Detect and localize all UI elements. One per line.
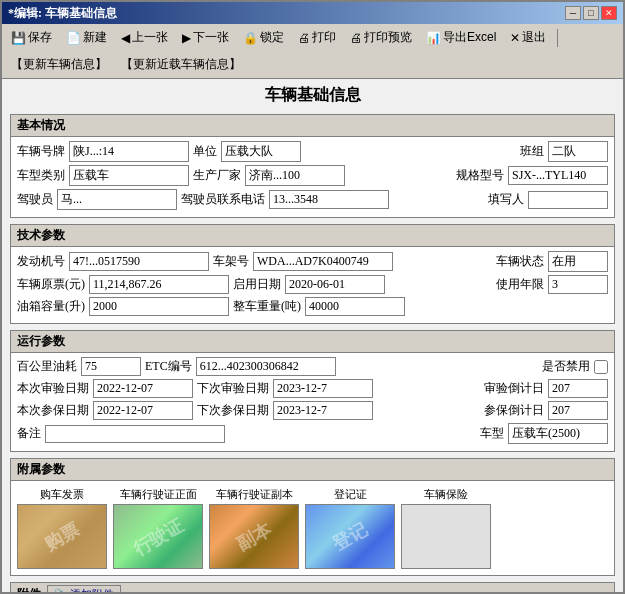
exit-button[interactable]: ✕ 退出 (505, 26, 551, 49)
print-icon: 🖨 (298, 31, 310, 45)
window-controls: ─ □ ✕ (565, 6, 617, 20)
vehicle-no-label: 车辆号牌 (17, 143, 65, 160)
basic-row-2: 车型类别 压载车 生产厂家 济南...100 规格型号 SJX-...TYL14… (17, 165, 608, 186)
save-button[interactable]: 💾 保存 (6, 26, 57, 49)
license-back-img[interactable]: 副本 (209, 504, 299, 569)
attachment-item-license-front: 车辆行驶证正面 行驶证 (113, 487, 203, 569)
page-title: 车辆基础信息 (10, 85, 615, 106)
param-days-label: 参保倒计日 (484, 402, 544, 419)
registration-watermark: 登记 (328, 517, 371, 556)
lock-label: 锁定 (260, 29, 284, 46)
add-attachment-button[interactable]: 📎 添加附件 (47, 585, 121, 592)
license-front-watermark: 行驶证 (129, 513, 188, 561)
maximize-button[interactable]: □ (583, 6, 599, 20)
new-button[interactable]: 📄 新建 (61, 26, 112, 49)
fill-value (528, 191, 608, 209)
basic-row-3: 驾驶员 马... 驾驶员联系电话 13...3548 填写人 (17, 189, 608, 210)
car-type-value: 压载车(2500) (508, 423, 608, 444)
print-button[interactable]: 🖨 打印 (293, 26, 341, 49)
save-label: 保存 (28, 29, 52, 46)
new-label: 新建 (83, 29, 107, 46)
next-icon: ▶ (182, 31, 191, 45)
vehicle-no-value: 陕J...:14 (69, 141, 189, 162)
use-years-label: 使用年限 (496, 276, 544, 293)
attachment-item-registration: 登记证 登记 (305, 487, 395, 569)
insurance-img[interactable] (401, 504, 491, 569)
update-vehicle-button[interactable]: 【更新车辆信息】 (6, 53, 112, 76)
param-date-value: 2022-12-07 (93, 401, 193, 420)
toolbar-separator (557, 29, 558, 47)
param-days-value: 207 (548, 401, 608, 420)
operation-section: 运行参数 百公里油耗 75 ETC编号 612...402300306842 是… (10, 330, 615, 452)
main-window: *编辑: 车辆基础信息 ─ □ ✕ 💾 保存 📄 新建 ◀ 上一张 ▶ 下一张 … (0, 0, 625, 594)
invoice-watermark: 购票 (40, 517, 83, 556)
next-label: 下一张 (193, 29, 229, 46)
lock-button[interactable]: 🔒 锁定 (238, 26, 289, 49)
etc-value: 612...402300306842 (196, 357, 336, 376)
team-value: 二队 (548, 141, 608, 162)
exit-label: 退出 (522, 29, 546, 46)
print-label: 打印 (312, 29, 336, 46)
disabled-label: 是否禁用 (542, 358, 590, 375)
op-row-3: 本次参保日期 2022-12-07 下次参保日期 2023-12-7 参保倒计日… (17, 401, 608, 420)
print-preview-label: 打印预览 (364, 29, 412, 46)
mileage-value: 75 (81, 357, 141, 376)
files-section-header: 附件 📎 添加附件 (11, 583, 614, 592)
save-icon: 💾 (11, 31, 26, 45)
car-type-label: 车型 (480, 425, 504, 442)
op-row-2: 本次审验日期 2022-12-07 下次审验日期 2023-12-7 审验倒计日… (17, 379, 608, 398)
update-recent-vehicle-button[interactable]: 【更新近载车辆信息】 (116, 53, 246, 76)
export-icon: 📊 (426, 31, 441, 45)
model-label: 规格型号 (456, 167, 504, 184)
export-label: 导出Excel (443, 29, 496, 46)
engine-no-value: 47!...0517590 (69, 252, 209, 271)
manufacturer-label: 生产厂家 (193, 167, 241, 184)
audit-date-label: 本次审验日期 (17, 380, 89, 397)
invoice-img-label: 购车发票 (40, 487, 84, 502)
use-date-label: 启用日期 (233, 276, 281, 293)
driver-value: 马... (57, 189, 177, 210)
exit-icon: ✕ (510, 31, 520, 45)
tank-value: 2000 (89, 297, 229, 316)
unit-label: 单位 (193, 143, 217, 160)
next-param-date-value: 2023-12-7 (273, 401, 373, 420)
add-attachment-icon: 📎 (54, 588, 68, 592)
total-weight-value: 40000 (305, 297, 405, 316)
invoice-label: 车辆原票(元) (17, 276, 85, 293)
prev-button[interactable]: ◀ 上一张 (116, 26, 173, 49)
use-years-value: 3 (548, 275, 608, 294)
update-recent-vehicle-label: 【更新近载车辆信息】 (121, 56, 241, 73)
disabled-checkbox[interactable] (594, 360, 608, 374)
param-date-label: 本次参保日期 (17, 402, 89, 419)
basic-section: 基本情况 车辆号牌 陕J...:14 单位 压载大队 班组 二队 车型类别 压载… (10, 114, 615, 218)
model-value: SJX-...TYL140 (508, 166, 608, 185)
export-excel-button[interactable]: 📊 导出Excel (421, 26, 501, 49)
tech-row-1: 发动机号 47!...0517590 车架号 WDA...AD7K0400749… (17, 251, 608, 272)
close-button[interactable]: ✕ (601, 6, 617, 20)
engine-no-label: 发动机号 (17, 253, 65, 270)
next-button[interactable]: ▶ 下一张 (177, 26, 234, 49)
minimize-button[interactable]: ─ (565, 6, 581, 20)
tech-row-3: 油箱容量(升) 2000 整车重量(吨) 40000 (17, 297, 608, 316)
title-bar: *编辑: 车辆基础信息 ─ □ ✕ (2, 2, 623, 24)
basic-section-title: 基本情况 (11, 115, 614, 137)
basic-section-body: 车辆号牌 陕J...:14 单位 压载大队 班组 二队 车型类别 压载车 生产厂… (11, 137, 614, 217)
audit-date-value: 2022-12-07 (93, 379, 193, 398)
lock-icon: 🔒 (243, 31, 258, 45)
audit-days-label: 审验倒计日 (484, 380, 544, 397)
next-param-date-label: 下次参保日期 (197, 402, 269, 419)
op-row-1: 百公里油耗 75 ETC编号 612...402300306842 是否禁用 (17, 357, 608, 376)
license-front-img[interactable]: 行驶证 (113, 504, 203, 569)
use-date-value: 2020-06-01 (285, 275, 385, 294)
note-label: 备注 (17, 425, 41, 442)
attachment-item-insurance: 车辆保险 (401, 487, 491, 569)
basic-row-1: 车辆号牌 陕J...:14 单位 压载大队 班组 二队 (17, 141, 608, 162)
print-preview-button[interactable]: 🖨 打印预览 (345, 26, 417, 49)
registration-label: 登记证 (334, 487, 367, 502)
team-label: 班组 (520, 143, 544, 160)
next-audit-date-value: 2023-12-7 (273, 379, 373, 398)
invoice-img[interactable]: 购票 (17, 504, 107, 569)
note-value (45, 425, 225, 443)
registration-img[interactable]: 登记 (305, 504, 395, 569)
driver-label: 驾驶员 (17, 191, 53, 208)
